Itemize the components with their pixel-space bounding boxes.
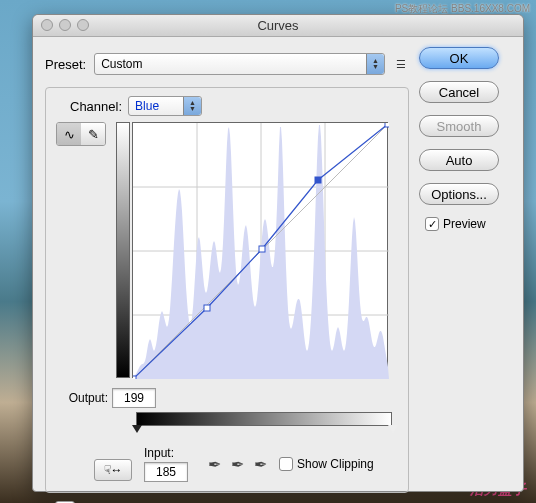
- titlebar: Curves: [33, 15, 523, 37]
- output-gradient: [116, 122, 130, 378]
- preset-menu-icon[interactable]: ☰: [393, 58, 409, 71]
- preview-checkbox[interactable]: ✓ Preview: [425, 217, 511, 231]
- minimize-light[interactable]: [59, 19, 71, 31]
- white-point-slider[interactable]: [388, 425, 398, 433]
- output-label: Output:: [56, 391, 108, 405]
- curve-tool-group: ∿ ✎: [56, 122, 106, 146]
- ok-button[interactable]: OK: [419, 47, 499, 69]
- gray-eyedropper-icon[interactable]: ✒: [231, 455, 244, 474]
- input-field[interactable]: [144, 462, 188, 482]
- black-eyedropper-icon[interactable]: ✒: [208, 455, 221, 474]
- preset-value: Custom: [101, 57, 142, 71]
- chevron-updown-icon: ▲▼: [366, 54, 384, 74]
- curves-dialog: Curves Preset: Custom ▲▼ ☰ Channel: Blue…: [32, 14, 524, 492]
- svg-rect-11: [385, 123, 389, 127]
- zoom-light[interactable]: [77, 19, 89, 31]
- curves-fieldset: Channel: Blue ▲▼ ∿ ✎: [45, 87, 409, 493]
- auto-button[interactable]: Auto: [419, 149, 499, 171]
- channel-value: Blue: [135, 99, 159, 113]
- preset-label: Preset:: [45, 57, 86, 72]
- input-gradient[interactable]: [136, 412, 392, 426]
- eyedropper-group: ✒ ✒ ✒: [208, 455, 267, 474]
- white-eyedropper-icon[interactable]: ✒: [254, 455, 267, 474]
- targeted-adjust-button[interactable]: ☟↔: [94, 459, 132, 481]
- black-point-slider[interactable]: [132, 425, 142, 433]
- preset-select[interactable]: Custom ▲▼: [94, 53, 385, 75]
- show-clipping-checkbox[interactable]: Show Clipping: [279, 457, 374, 471]
- curve-tool-button[interactable]: ∿: [57, 123, 81, 145]
- channel-select[interactable]: Blue ▲▼: [128, 96, 202, 116]
- checkbox-icon: [279, 457, 293, 471]
- channel-label: Channel:: [70, 99, 122, 114]
- output-field[interactable]: [112, 388, 156, 408]
- checkbox-icon: ✓: [425, 217, 439, 231]
- cancel-button[interactable]: Cancel: [419, 81, 499, 103]
- svg-rect-10: [315, 177, 321, 183]
- options-button[interactable]: Options...: [419, 183, 499, 205]
- traffic-lights: [41, 19, 89, 31]
- preview-label: Preview: [443, 217, 486, 231]
- svg-rect-8: [204, 305, 210, 311]
- svg-rect-7: [133, 376, 136, 379]
- svg-rect-9: [259, 246, 265, 252]
- close-light[interactable]: [41, 19, 53, 31]
- chevron-updown-icon: ▲▼: [183, 97, 201, 115]
- smooth-button[interactable]: Smooth: [419, 115, 499, 137]
- input-label: Input:: [144, 446, 174, 460]
- curves-graph[interactable]: [132, 122, 388, 378]
- show-clipping-label: Show Clipping: [297, 457, 374, 471]
- dialog-title: Curves: [257, 18, 298, 33]
- pencil-tool-button[interactable]: ✎: [81, 123, 105, 145]
